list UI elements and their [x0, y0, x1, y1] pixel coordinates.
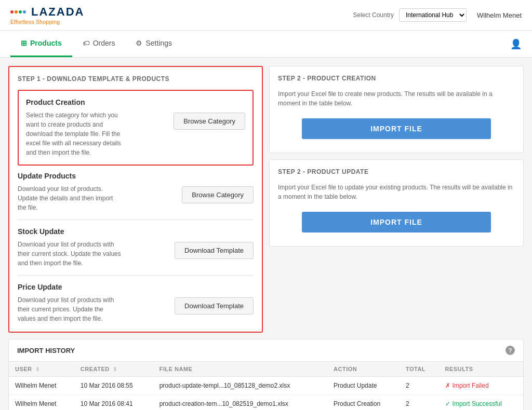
- two-column-layout: STEP 1 - DOWNLOAD TEMPLATE & PRODUCTS Pr…: [8, 66, 524, 333]
- cell-filename: product-creation-tem...10_082519_demo1.x…: [153, 395, 327, 411]
- cell-filename: product-update-templ...10_085128_demo2.x…: [153, 377, 327, 395]
- col-action: ACTION: [327, 362, 400, 377]
- sort-icon-created[interactable]: ⇕: [113, 366, 117, 372]
- update-products-heading: Update Products: [18, 172, 254, 180]
- profile-icon[interactable]: 👤: [510, 38, 522, 50]
- price-update-row: Download your list of products with thei…: [18, 295, 254, 323]
- download-template-button-1[interactable]: Download Template: [175, 242, 254, 259]
- download-template-button-2[interactable]: Download Template: [175, 297, 254, 315]
- step1-title: STEP 1 - DOWNLOAD TEMPLATE & PRODUCTS: [18, 75, 254, 83]
- price-update-action: Download Template: [175, 295, 254, 315]
- sort-icon-user[interactable]: ⇕: [35, 366, 40, 372]
- left-column: STEP 1 - DOWNLOAD TEMPLATE & PRODUCTS Pr…: [8, 66, 263, 333]
- navigation: ⊞ Products 🏷 Orders ⚙ Settings 👤: [0, 31, 532, 58]
- update-products-section: Update Products Download your list of pr…: [18, 172, 254, 220]
- step2-creation-desc: Import your Excel file to create new pro…: [278, 89, 515, 108]
- tab-products[interactable]: ⊞ Products: [10, 31, 72, 57]
- step1-panel: STEP 1 - DOWNLOAD TEMPLATE & PRODUCTS Pr…: [8, 66, 263, 333]
- tab-settings[interactable]: ⚙ Settings: [125, 31, 182, 57]
- main-content: STEP 1 - DOWNLOAD TEMPLATE & PRODUCTS Pr…: [0, 58, 532, 410]
- cell-result: ✓Import Successful: [439, 395, 523, 411]
- product-creation-action: Browse Category: [174, 111, 245, 130]
- col-created: CREATED ⇕: [74, 362, 153, 377]
- import-history-panel: IMPORT HISTORY ? USER ⇕ CREATED ⇕ FILE N…: [8, 339, 524, 410]
- cell-total: 2: [400, 377, 439, 395]
- col-user: USER ⇕: [9, 362, 74, 377]
- status-icon: ✗: [445, 382, 450, 389]
- step2-update-panel: STEP 2 - PRODUCT UPDATE Import your Exce…: [269, 159, 524, 247]
- tab-settings-label: Settings: [145, 39, 172, 47]
- tab-orders[interactable]: 🏷 Orders: [72, 31, 126, 57]
- nav-tabs: ⊞ Products 🏷 Orders ⚙ Settings: [10, 31, 182, 57]
- table-body: Wilhelm Menet 10 Mar 2016 08:55 product-…: [9, 377, 523, 411]
- product-creation-section: Product Creation Select the category for…: [18, 90, 254, 166]
- price-update-section: Price Update Download your list of produ…: [18, 283, 254, 323]
- user-name: Wilhelm Menet: [477, 11, 522, 19]
- tab-orders-label: Orders: [93, 39, 115, 47]
- update-products-row: Download your list of products. Update t…: [18, 184, 254, 212]
- product-creation-heading: Product Creation: [26, 98, 245, 106]
- import-file-button-2[interactable]: IMPORT FILE: [302, 212, 491, 233]
- col-results: RESULTS: [439, 362, 523, 377]
- step2-creation-title: STEP 2 - PRODUCT CREATION: [278, 75, 515, 82]
- tab-products-label: Products: [30, 39, 62, 47]
- step2-update-desc: Import your Excel file to update your ex…: [278, 183, 515, 201]
- stock-update-desc: Download your list of products with thei…: [18, 240, 122, 268]
- stock-update-section: Stock Update Download your list of produ…: [18, 227, 254, 276]
- products-icon: ⊞: [21, 39, 27, 47]
- status-icon: ✓: [445, 400, 450, 407]
- cell-result: ✗Import Failed: [439, 377, 523, 395]
- table-header: USER ⇕ CREATED ⇕ FILE NAME ACTION TOTAL …: [9, 362, 523, 377]
- table-row: Wilhelm Menet 10 Mar 2016 08:55 product-…: [9, 377, 523, 395]
- cell-created: 10 Mar 2016 08:55: [74, 377, 153, 395]
- import-history-table: USER ⇕ CREATED ⇕ FILE NAME ACTION TOTAL …: [9, 362, 523, 410]
- right-column: STEP 2 - PRODUCT CREATION Import your Ex…: [269, 66, 524, 333]
- logo-tagline: Effortless Shopping: [10, 19, 84, 25]
- logo-dots: [10, 10, 26, 13]
- help-icon[interactable]: ?: [506, 346, 515, 355]
- select-country-label: Select Country: [353, 11, 394, 19]
- cell-user: Wilhelm Menet: [9, 395, 74, 411]
- col-filename: FILE NAME: [153, 362, 327, 377]
- cell-action: Product Creation: [327, 395, 400, 411]
- price-update-heading: Price Update: [18, 283, 254, 291]
- header-right: Select Country International Hub Wilhelm…: [353, 8, 522, 22]
- update-products-action: Browse Category: [182, 184, 254, 203]
- stock-update-row: Download your list of products with thei…: [18, 240, 254, 268]
- nav-right: 👤: [510, 38, 522, 50]
- product-creation-row: Select the category for which you want t…: [26, 111, 245, 157]
- browse-category-button-2[interactable]: Browse Category: [182, 186, 254, 203]
- cell-total: 2: [400, 395, 439, 411]
- step2-update-title: STEP 2 - PRODUCT UPDATE: [278, 168, 515, 175]
- step2-creation-panel: STEP 2 - PRODUCT CREATION Import your Ex…: [269, 66, 524, 153]
- import-file-button-1[interactable]: IMPORT FILE: [302, 118, 491, 139]
- update-products-desc: Download your list of products. Update t…: [18, 184, 122, 212]
- import-history-header: IMPORT HISTORY ?: [9, 339, 523, 362]
- table-row: Wilhelm Menet 10 Mar 2016 08:41 product-…: [9, 395, 523, 411]
- settings-icon: ⚙: [136, 39, 142, 47]
- country-select[interactable]: International Hub: [399, 8, 467, 22]
- price-update-desc: Download your list of products with thei…: [18, 295, 122, 323]
- cell-action: Product Update: [327, 377, 400, 395]
- product-creation-desc: Select the category for which you want t…: [26, 111, 130, 157]
- col-total: TOTAL: [400, 362, 439, 377]
- browse-category-button-1[interactable]: Browse Category: [174, 113, 245, 130]
- logo-text: LAZADA: [31, 5, 84, 19]
- stock-update-heading: Stock Update: [18, 227, 254, 236]
- header: LAZADA Effortless Shopping Select Countr…: [0, 0, 532, 31]
- cell-created: 10 Mar 2016 08:41: [74, 395, 153, 411]
- logo-area: LAZADA Effortless Shopping: [10, 5, 84, 25]
- import-history-title: IMPORT HISTORY: [17, 347, 75, 354]
- stock-update-action: Download Template: [175, 240, 254, 259]
- orders-icon: 🏷: [83, 39, 90, 47]
- cell-user: Wilhelm Menet: [9, 377, 74, 395]
